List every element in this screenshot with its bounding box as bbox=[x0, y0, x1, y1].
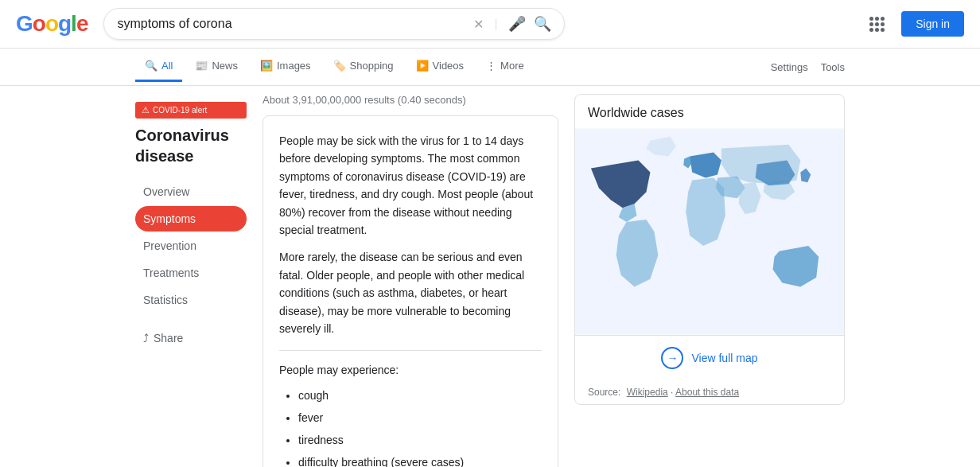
symptom-breathing: difficulty breathing (severe cases) bbox=[298, 451, 542, 467]
divider bbox=[279, 350, 542, 351]
tab-images[interactable]: 🖼️ Images bbox=[251, 52, 321, 82]
header-right: Sign in bbox=[865, 11, 964, 37]
shopping-icon: 🏷️ bbox=[333, 60, 346, 72]
symptom-tiredness: tiredness bbox=[298, 429, 542, 451]
settings-tools: Settings Tools bbox=[771, 61, 845, 73]
apps-icon[interactable] bbox=[865, 13, 889, 36]
map-card: Worldwide cases bbox=[574, 94, 845, 405]
clear-icon[interactable]: ✕ bbox=[473, 17, 484, 32]
right-panel: Worldwide cases bbox=[574, 94, 845, 467]
results-count: About 3,91,00,00,000 results (0.40 secon… bbox=[262, 94, 558, 106]
tab-news[interactable]: 📰 News bbox=[185, 52, 247, 82]
main-content: ⚠ COVID-19 alert Coronavirus disease Ove… bbox=[0, 86, 980, 467]
sign-in-button[interactable]: Sign in bbox=[901, 11, 964, 37]
tab-more[interactable]: ⋮ More bbox=[476, 52, 534, 82]
header: Google ✕ | 🎤 🔍 Sign in bbox=[0, 0, 980, 49]
google-logo: Google bbox=[16, 11, 88, 37]
settings-link[interactable]: Settings bbox=[771, 61, 808, 73]
alert-icon: ⚠ bbox=[142, 105, 150, 115]
world-map bbox=[575, 128, 844, 335]
sidebar-item-symptoms[interactable]: Symptoms bbox=[135, 206, 247, 232]
tools-link[interactable]: Tools bbox=[821, 61, 845, 73]
view-map-label: View full map bbox=[691, 352, 757, 364]
symptom-cough: cough bbox=[298, 384, 542, 407]
microphone-icon[interactable]: 🎤 bbox=[508, 15, 526, 33]
news-icon: 📰 bbox=[195, 60, 208, 72]
videos-icon: ▶️ bbox=[416, 60, 429, 72]
covid-alert-label: COVID-19 alert bbox=[153, 106, 207, 115]
center-content: About 3,91,00,00,000 results (0.40 secon… bbox=[262, 94, 558, 467]
sidebar-item-overview[interactable]: Overview bbox=[135, 179, 247, 204]
tab-shopping[interactable]: 🏷️ Shopping bbox=[324, 52, 403, 82]
left-panel: ⚠ COVID-19 alert Coronavirus disease Ove… bbox=[135, 94, 247, 467]
view-map-button[interactable]: → View full map bbox=[575, 335, 844, 380]
symptoms-list: cough fever tiredness difficulty breathi… bbox=[279, 384, 542, 467]
share-icon: ⤴ bbox=[143, 332, 149, 344]
images-icon: 🖼️ bbox=[260, 60, 273, 72]
nav-tabs: 🔍 All 📰 News 🖼️ Images 🏷️ Shopping ▶️ Vi… bbox=[0, 49, 980, 86]
tab-videos[interactable]: ▶️ Videos bbox=[406, 52, 474, 82]
wikipedia-link[interactable]: Wikipedia bbox=[627, 387, 668, 398]
info-paragraph-1: People may be sick with the virus for 1 … bbox=[279, 132, 542, 239]
search-bar[interactable]: ✕ | 🎤 🔍 bbox=[103, 8, 565, 40]
info-paragraph-2: More rarely, the disease can be serious … bbox=[279, 248, 542, 337]
map-source: Source: Wikipedia · About this data bbox=[575, 380, 844, 404]
symptoms-title: People may experience: bbox=[279, 364, 542, 376]
symptom-fever: fever bbox=[298, 407, 542, 429]
tab-all[interactable]: 🔍 All bbox=[135, 52, 182, 82]
sidebar-item-statistics[interactable]: Statistics bbox=[135, 287, 247, 313]
share-label: Share bbox=[154, 332, 183, 344]
covid-alert-badge: ⚠ COVID-19 alert bbox=[135, 102, 247, 119]
share-button[interactable]: ⤴ Share bbox=[135, 325, 247, 351]
search-icon[interactable]: 🔍 bbox=[534, 15, 551, 33]
all-icon: 🔍 bbox=[145, 60, 158, 72]
sidebar-item-treatments[interactable]: Treatments bbox=[135, 260, 247, 286]
arrow-right-icon: → bbox=[661, 347, 683, 369]
source-text: Source: bbox=[588, 387, 620, 398]
disease-title: Coronavirus disease bbox=[135, 125, 247, 166]
search-input[interactable] bbox=[117, 17, 465, 31]
world-map-svg bbox=[575, 128, 844, 335]
about-data-link[interactable]: About this data bbox=[675, 387, 739, 398]
sidebar-item-prevention[interactable]: Prevention bbox=[135, 233, 247, 259]
more-dots-icon: ⋮ bbox=[486, 60, 496, 72]
info-card: People may be sick with the virus for 1 … bbox=[262, 115, 558, 467]
map-title: Worldwide cases bbox=[575, 95, 844, 128]
